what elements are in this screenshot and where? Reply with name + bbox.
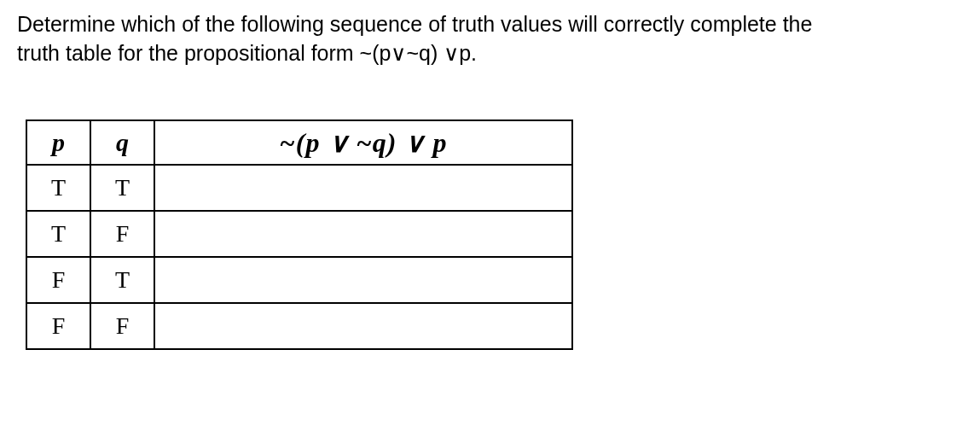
table-row: F T [26,257,572,303]
cell-result [154,165,572,211]
cell-result [154,257,572,303]
cell-p: F [26,257,90,303]
table-row: F F [26,303,572,349]
cell-q: T [90,165,154,211]
prompt-line-1: Determine which of the following sequenc… [17,12,812,36]
cell-p: T [26,211,90,257]
cell-p: F [26,303,90,349]
header-formula: ~(p ∨ ~q) ∨ p [154,120,572,165]
table-row: T F [26,211,572,257]
cell-result [154,211,572,257]
formula-text: ~(p ∨ ~q) ∨ p [280,127,448,158]
table-header-row: p q ~(p ∨ ~q) ∨ p [26,120,572,165]
cell-p: T [26,165,90,211]
table-row: T T [26,165,572,211]
header-q: q [90,120,154,165]
header-p: p [26,120,90,165]
cell-result [154,303,572,349]
cell-q: F [90,303,154,349]
question-prompt: Determine which of the following sequenc… [17,10,963,68]
cell-q: F [90,211,154,257]
prompt-line-2: truth table for the propositional form ~… [17,41,477,65]
cell-q: T [90,257,154,303]
truth-table: p q ~(p ∨ ~q) ∨ p T T T F F T F F [26,119,573,350]
